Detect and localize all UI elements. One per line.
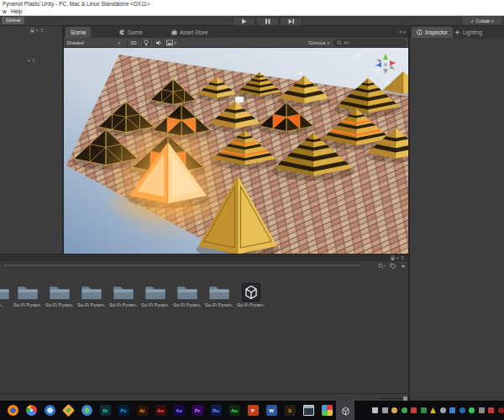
step-button[interactable] xyxy=(280,17,302,26)
project-item-folder[interactable]: Sci-Fi Pyram... xyxy=(205,283,234,307)
tray-tray-keepass-icon[interactable] xyxy=(372,407,378,413)
menu-item-help[interactable]: Help xyxy=(11,8,22,15)
tray-tray-steam-icon[interactable] xyxy=(459,407,465,413)
taskbar-illustrator[interactable]: Ai xyxy=(133,401,151,420)
project-item-folder[interactable]: Sci-Fi Pyram... xyxy=(77,283,106,307)
taskbar-window-app[interactable] xyxy=(299,401,318,420)
window-titlebar[interactable]: Pyramid Plastic Unity - PC, Mac & Linux … xyxy=(0,0,504,8)
project-item-folder[interactable]: Sci-Fi Pyram... xyxy=(173,283,202,307)
taskbar-after-effects[interactable]: Ae xyxy=(170,401,188,420)
2d-toggle[interactable]: 2D xyxy=(130,40,137,45)
project-item-label: Sci-Fi Pyram... xyxy=(173,302,202,307)
tray-tray-red-m-icon[interactable] xyxy=(411,407,417,413)
panel-sub-menu[interactable]: ▾ ≡ xyxy=(28,58,36,63)
tray-tray-green-circ-icon[interactable] xyxy=(469,407,475,413)
powerpoint-icon: P xyxy=(248,405,259,416)
unity-editor-icon xyxy=(340,405,351,416)
window-title: Pyramid Plastic Unity - PC, Mac & Linux … xyxy=(3,1,150,7)
tray-tray-gray-icon[interactable] xyxy=(382,407,388,413)
tray-tray-red-icon[interactable] xyxy=(488,407,494,413)
2d-toggle-label: 2D xyxy=(130,40,137,45)
handle-space-toggle[interactable]: Global xyxy=(2,17,24,24)
project-lock-menu[interactable]: ▾ ≡ xyxy=(391,255,405,260)
favorites-icon[interactable]: ★ xyxy=(401,263,406,270)
project-item-label: Sci-Fi Pyram... xyxy=(109,302,138,307)
tab-game[interactable]: Game xyxy=(114,27,148,38)
project-item-package[interactable]: Sci-Fi Pyram... xyxy=(237,283,265,307)
panel-options-icon[interactable]: ▾ ≡ xyxy=(399,29,406,34)
taskbar-powerpoint[interactable]: P xyxy=(244,401,262,420)
taskbar-adobe-teal[interactable]: St xyxy=(96,401,114,420)
word-icon: W xyxy=(266,405,277,416)
chrome-icon xyxy=(26,405,37,416)
audition-icon: Au xyxy=(229,405,240,416)
project-item-folder[interactable]: ssi.. xyxy=(0,283,13,307)
taskbar-photoshop[interactable]: Ps xyxy=(114,401,133,420)
scene-effects-dropdown[interactable]: ▾ xyxy=(166,39,177,46)
game-controller-icon xyxy=(119,29,125,35)
tab-lighting[interactable]: Lighting xyxy=(449,27,487,38)
search-by-label-icon[interactable] xyxy=(390,263,396,270)
project-item-folder[interactable]: Sci-Fi Pyram... xyxy=(141,283,170,307)
tray-tray-plane-icon[interactable] xyxy=(440,407,446,413)
unity-editor-window: Pyramid Plastic Unity - PC, Mac & Linux … xyxy=(0,0,504,420)
project-item-folder[interactable]: Sci-Fi Pyram... xyxy=(13,283,42,307)
project-item-folder[interactable]: Sci-Fi Pyram... xyxy=(109,283,138,307)
scene-panel: Scene Game Asset Store ▾ ≡ Shaded ▾ xyxy=(64,26,408,254)
scene-search-text: All xyxy=(344,40,349,45)
scene-viewport[interactable] xyxy=(64,48,408,254)
taskbar-premiere[interactable]: Pr xyxy=(188,401,207,420)
pause-button[interactable] xyxy=(256,17,279,26)
panel-lock-menu[interactable]: ▾ ≡ xyxy=(30,28,45,33)
adobe-teal-icon: St xyxy=(100,405,111,416)
scene-search-input[interactable]: All xyxy=(333,39,406,46)
tray-tray-blue-sq-icon[interactable] xyxy=(449,407,455,413)
project-panel-header[interactable]: ▾ ≡ xyxy=(0,254,408,261)
lock-icon xyxy=(30,28,34,33)
gizmos-dropdown[interactable]: Gizmos ▾ xyxy=(308,40,329,45)
icon-size-slider-knob[interactable] xyxy=(403,396,407,401)
tray-tray-grid-icon[interactable] xyxy=(479,407,485,413)
premiere-icon: Pr xyxy=(192,405,203,416)
search-icon xyxy=(337,40,342,45)
taskbar-paint3d[interactable] xyxy=(318,401,336,420)
taskbar-unity-editor[interactable] xyxy=(336,401,354,420)
taskbar-search-app[interactable] xyxy=(40,401,59,420)
scene-lighting-toggle[interactable] xyxy=(141,39,151,47)
menu-item-window[interactable]: w xyxy=(3,8,7,15)
tray-tray-drive-icon[interactable] xyxy=(430,407,436,413)
taskbar-compass-app[interactable] xyxy=(59,401,77,420)
scene-audio-toggle[interactable] xyxy=(155,39,162,46)
tab-scene[interactable]: Scene xyxy=(66,27,91,38)
play-button[interactable] xyxy=(233,17,255,26)
taskbar-sublime[interactable]: S xyxy=(281,401,299,420)
chevron-down-icon: ▾ xyxy=(28,58,31,63)
tray-tray-maroon-icon[interactable] xyxy=(498,407,504,413)
tray-tray-green-icon[interactable] xyxy=(421,407,427,413)
tab-inspector[interactable]: Inspector xyxy=(412,27,453,38)
project-item-label: Sci-Fi Pyram... xyxy=(13,302,42,307)
illustrator-icon: Ai xyxy=(137,405,148,416)
collab-button[interactable]: ✓ Collab ▾ xyxy=(463,17,501,24)
tray-tray-tan-icon[interactable] xyxy=(391,407,397,413)
pause-icon xyxy=(264,18,271,24)
scene-render xyxy=(64,48,408,254)
project-item-folder[interactable]: Sci-Fi Pyram... xyxy=(45,283,74,307)
windows-taskbar: StPsAiAnAePrRuAuPWS xyxy=(0,401,504,420)
tab-asset-store[interactable]: Asset Store xyxy=(166,27,213,38)
taskbar-rush[interactable]: Ru xyxy=(207,401,225,420)
taskbar-firefox[interactable] xyxy=(3,401,22,420)
play-controls xyxy=(233,17,302,26)
tray-tray-shield-icon[interactable] xyxy=(402,407,407,413)
taskbar-earth-app[interactable] xyxy=(77,401,96,420)
sublime-icon: S xyxy=(285,405,296,416)
taskbar-chrome[interactable] xyxy=(22,401,40,420)
search-by-type-icon[interactable] xyxy=(378,263,386,270)
window-app-icon xyxy=(303,405,314,416)
taskbar-animate[interactable]: An xyxy=(151,401,170,420)
chevron-down-icon: ▾ xyxy=(327,40,329,45)
taskbar-word[interactable]: W xyxy=(262,401,281,420)
project-search-input[interactable] xyxy=(2,263,363,268)
draw-mode-dropdown[interactable]: Shaded ▾ xyxy=(66,40,120,45)
taskbar-audition[interactable]: Au xyxy=(225,401,244,420)
